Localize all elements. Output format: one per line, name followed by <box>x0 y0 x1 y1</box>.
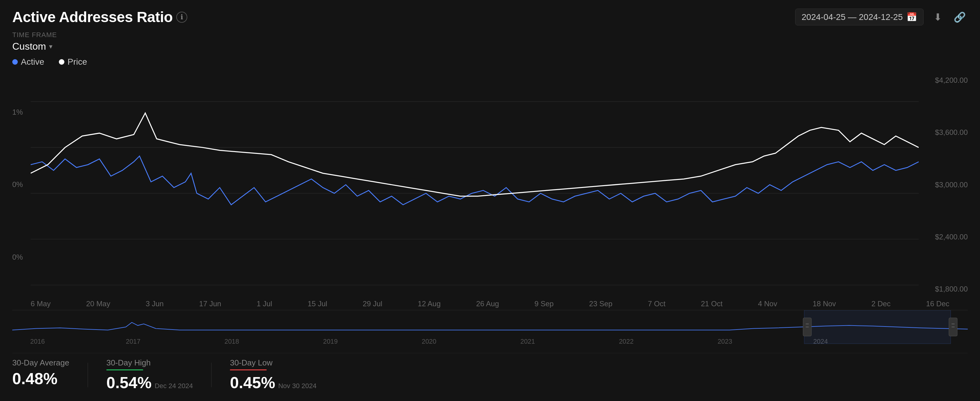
date-range-text: 2024-04-25 — 2024-12-25 <box>802 12 903 22</box>
high-indicator <box>107 369 143 370</box>
high-value: 0.54% <box>107 373 151 392</box>
svg-text:2021: 2021 <box>520 337 535 345</box>
mini-chart-svg: 2016 2017 2018 2019 2020 2021 2022 2023 … <box>12 310 968 347</box>
y-left-1: 1% <box>12 108 31 116</box>
x-label-4: 17 Jun <box>199 299 221 308</box>
x-label-5: 1 Jul <box>256 299 272 308</box>
calendar-icon: 📅 <box>907 12 917 22</box>
svg-text:2016: 2016 <box>30 337 45 345</box>
svg-text:2019: 2019 <box>323 337 338 345</box>
svg-text:2018: 2018 <box>224 337 239 345</box>
mini-chart-area: 2016 2017 2018 2019 2020 2021 2022 2023 … <box>12 310 968 347</box>
timeframe-row: TIME FRAME Custom ▾ <box>12 31 968 52</box>
x-label-15: 18 Nov <box>813 299 836 308</box>
legend-item-price: Price <box>59 57 87 67</box>
high-value-row: 0.54% Dec 24 2024 <box>107 373 193 392</box>
main-chart-area: 1% 0% 0% $4,200.00 $3,600.00 <box>12 73 968 296</box>
chevron-down-icon: ▾ <box>49 43 52 51</box>
svg-rect-15 <box>804 310 951 344</box>
x-label-3: 3 Jun <box>146 299 164 308</box>
stat-high: 30-Day High 0.54% Dec 24 2024 <box>107 358 193 392</box>
stat-low: 30-Day Low 0.45% Nov 30 2024 <box>230 358 317 392</box>
page-title: Active Addresses Ratio <box>12 9 173 25</box>
svg-text:2023: 2023 <box>718 337 732 345</box>
x-label-9: 26 Aug <box>476 299 499 308</box>
date-range-selector[interactable]: 2024-04-25 — 2024-12-25 📅 <box>795 9 924 25</box>
x-label-7: 29 Jul <box>363 299 382 308</box>
chart-wrapper: 1% 0% 0% $4,200.00 $3,600.00 <box>12 73 968 347</box>
y-right-2: $3,600.00 <box>919 128 968 137</box>
x-label-8: 12 Aug <box>418 299 441 308</box>
svg-text:2017: 2017 <box>126 337 140 345</box>
y-axis-left: 1% 0% 0% <box>12 73 31 296</box>
y-right-1: $4,200.00 <box>919 76 968 84</box>
x-label-6: 15 Jul <box>308 299 328 308</box>
y-left-2: 0% <box>12 180 31 189</box>
price-dot <box>59 59 64 65</box>
download-button[interactable]: ⬇ <box>930 9 946 25</box>
x-label-12: 7 Oct <box>648 299 665 308</box>
svg-text:2020: 2020 <box>422 337 436 345</box>
price-label: Price <box>67 57 87 67</box>
x-axis-labels: 6 May 20 May 3 Jun 17 Jun 1 Jul 15 Jul 2… <box>12 296 968 308</box>
share-button[interactable]: 🔗 <box>952 9 968 25</box>
info-icon[interactable]: ℹ <box>176 12 187 23</box>
active-label: Active <box>21 57 44 67</box>
svg-text:2022: 2022 <box>619 337 633 345</box>
high-label: 30-Day High <box>107 358 193 368</box>
stat-divider-1 <box>88 363 88 387</box>
main-chart-svg <box>31 73 919 296</box>
header-controls: 2024-04-25 — 2024-12-25 📅 ⬇ 🔗 <box>795 9 968 25</box>
average-value-row: 0.48% <box>12 369 69 388</box>
y-axis-right: $4,200.00 $3,600.00 $3,000.00 $2,400.00 … <box>919 73 968 296</box>
low-value: 0.45% <box>230 373 275 392</box>
average-value: 0.48% <box>12 369 57 388</box>
average-label: 30-Day Average <box>12 358 69 368</box>
x-label-2: 20 May <box>86 299 110 308</box>
y-right-4: $2,400.00 <box>919 233 968 241</box>
title-area: Active Addresses Ratio ℹ <box>12 9 187 25</box>
x-label-17: 16 Dec <box>926 299 949 308</box>
x-label-13: 21 Oct <box>701 299 722 308</box>
low-date: Nov 30 2024 <box>278 382 317 390</box>
stat-average: 30-Day Average 0.48% <box>12 358 69 388</box>
y-right-5: $1,800.00 <box>919 285 968 293</box>
legend-item-active: Active <box>12 57 44 67</box>
legend-row: Active Price <box>12 57 968 67</box>
low-indicator <box>230 369 267 370</box>
timeframe-value: Custom <box>12 41 46 52</box>
stat-divider-2 <box>211 363 212 387</box>
active-dot <box>12 59 18 65</box>
x-label-10: 9 Sep <box>534 299 554 308</box>
stats-row: 30-Day Average 0.48% 30-Day High 0.54% D… <box>12 353 968 392</box>
timeframe-dropdown[interactable]: Custom ▾ <box>12 41 968 52</box>
y-right-3: $3,000.00 <box>919 181 968 189</box>
header-row: Active Addresses Ratio ℹ 2024-04-25 — 20… <box>12 9 968 25</box>
x-label-16: 2 Dec <box>872 299 891 308</box>
low-label: 30-Day Low <box>230 358 317 368</box>
x-label-1: 6 May <box>31 299 51 308</box>
y-left-3: 0% <box>12 253 31 261</box>
high-date: Dec 24 2024 <box>154 382 193 390</box>
x-label-11: 23 Sep <box>589 299 612 308</box>
x-label-14: 4 Nov <box>758 299 777 308</box>
low-value-row: 0.45% Nov 30 2024 <box>230 373 317 392</box>
timeframe-label: TIME FRAME <box>12 31 968 39</box>
